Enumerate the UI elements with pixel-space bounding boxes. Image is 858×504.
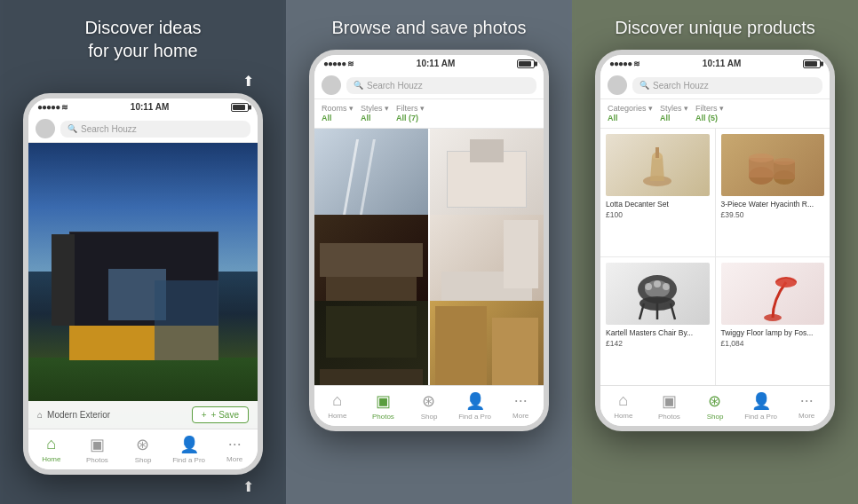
nav-shop-2[interactable]: ⊛ Shop [406, 390, 452, 422]
nav-more-1[interactable]: ··· More [211, 433, 258, 466]
shop-nav-icon-1: ⊛ [136, 435, 149, 454]
product-price-decanter: £100 [606, 210, 710, 219]
phone-3: ●●●●● ≋ 10:11 AM 🔍 Search Houzz Cat [595, 50, 835, 431]
nav-more-2[interactable]: ··· More [497, 390, 544, 422]
home-nav-icon-2: ⌂ [332, 391, 342, 410]
search-placeholder-1: Search Houzz [81, 124, 137, 134]
search-placeholder-3: Search Houzz [653, 81, 709, 91]
shop-nav-icon-3: ⊛ [708, 391, 721, 411]
save-button[interactable]: + + Save [192, 406, 249, 423]
house-photo [28, 143, 258, 429]
photo-grid-2 [314, 129, 544, 385]
search-input-1[interactable]: 🔍 Search Houzz [60, 121, 250, 138]
nav-more-3[interactable]: ··· More [783, 390, 830, 422]
pro-nav-label-2: Find a Pro [458, 413, 491, 421]
avatar-3[interactable] [608, 75, 627, 95]
status-bar-3: ●●●●● ≋ 10:11 AM [600, 55, 830, 72]
filter-filters[interactable]: Filters ▾ All (7) [396, 104, 425, 123]
product-image-chair [606, 263, 710, 325]
photo-label: ⌂ Modern Exterior [37, 410, 110, 420]
product-price-chair: £142 [606, 339, 710, 348]
phone-3-wrapper: ●●●●● ≋ 10:11 AM 🔍 Search Houzz Cat [595, 50, 835, 431]
share-icon-bottom[interactable]: ⬆ [242, 478, 254, 495]
bottom-nav-3: ⌂ Home ▣ Photos ⊛ Shop 👤 Find a Pro ··· [600, 385, 830, 426]
svg-point-13 [663, 283, 670, 290]
wifi-icon-1: ≋ [61, 103, 68, 112]
grid-photo-interior[interactable] [430, 301, 544, 385]
search-placeholder-2: Search Houzz [367, 81, 423, 91]
filter-bar-2: Rooms ▾ All Styles ▾ All Filters ▾ All (… [314, 99, 544, 129]
shop-nav-label-3: Shop [707, 413, 724, 421]
share-icon-top[interactable]: ⬆ [242, 73, 254, 90]
time-3: 10:11 AM [703, 59, 742, 68]
product-name-decanter: Lotta Decanter Set [606, 200, 710, 209]
product-chair[interactable]: Kartell Masters Chair By... £142 [600, 257, 715, 385]
search-input-2[interactable]: 🔍 Search Houzz [346, 77, 536, 94]
filter-styles-3[interactable]: Styles ▾ All [660, 104, 688, 123]
photos-nav-icon-1: ▣ [90, 435, 105, 454]
product-lamp[interactable]: Twiggy Floor lamp by Fos... £1,084 [716, 257, 830, 385]
pro-nav-icon-2: 👤 [465, 391, 485, 411]
status-right-3 [803, 59, 821, 68]
product-price-lamp: £1,084 [721, 339, 825, 348]
nav-home-2[interactable]: ⌂ Home [314, 390, 361, 422]
panel-1: Discover ideasfor your home ⬆ ●●●●● ≋ 10… [0, 0, 286, 504]
home-icon-label: ⌂ [37, 410, 43, 420]
nav-pro-1[interactable]: 👤 Find a Pro [166, 433, 212, 466]
more-nav-label-2: More [512, 412, 528, 420]
filter-filters-3[interactable]: Filters ▾ All (5) [695, 104, 724, 123]
svg-rect-2 [655, 147, 659, 158]
product-basket[interactable]: 3-Piece Water Hyacinth R... £39.50 [716, 129, 830, 256]
search-bar-3[interactable]: 🔍 Search Houzz [600, 72, 830, 99]
nav-photos-1[interactable]: ▣ Photos [75, 433, 121, 466]
battery-2 [517, 59, 535, 68]
nav-pro-2[interactable]: 👤 Find a Pro [452, 390, 498, 422]
svg-point-11 [645, 283, 652, 290]
nav-pro-3[interactable]: 👤 Find a Pro [738, 390, 784, 422]
nav-shop-1[interactable]: ⊛ Shop [120, 433, 166, 466]
house-side [52, 234, 75, 326]
home-nav-icon-1: ⌂ [46, 435, 56, 453]
search-icon-1: 🔍 [68, 124, 77, 133]
nav-photos-2[interactable]: ▣ Photos [361, 390, 407, 422]
search-icon-3: 🔍 [640, 81, 649, 90]
filter-categories[interactable]: Categories ▾ All [608, 104, 653, 123]
product-image-decanter [606, 134, 710, 196]
avatar-1[interactable] [36, 119, 55, 138]
wifi-icon-2: ≋ [347, 59, 354, 68]
status-bar-1: ●●●●● ≋ 10:11 AM [28, 98, 258, 115]
nav-home-3[interactable]: ⌂ Home [600, 390, 647, 422]
phone-1-wrapper: ⬆ ●●●●● ≋ 10:11 AM 🔍 Search Houzz [23, 73, 263, 495]
photos-nav-icon-3: ▣ [662, 391, 677, 411]
filter-rooms[interactable]: Rooms ▾ All [322, 104, 354, 123]
status-right-2 [517, 59, 535, 68]
nav-photos-3[interactable]: ▣ Photos [647, 390, 693, 422]
bottom-nav-1: ⌂ Home ▣ Photos ⊛ Shop 👤 Find a Pro ··· [28, 429, 258, 469]
status-left-3: ●●●●● ≋ [609, 59, 640, 68]
home-nav-label-1: Home [42, 455, 60, 463]
photos-nav-label-2: Photos [372, 413, 394, 421]
search-icon-2: 🔍 [354, 81, 363, 90]
panel-2: Browse and save photos ●●●●● ≋ 10:11 AM … [286, 0, 572, 504]
home-nav-label-2: Home [328, 412, 346, 420]
grid-photo-kitchen[interactable] [314, 301, 428, 385]
search-input-3[interactable]: 🔍 Search Houzz [632, 77, 822, 94]
home-nav-label-3: Home [614, 412, 632, 420]
product-name-chair: Kartell Masters Chair By... [606, 328, 710, 337]
phone-2: ●●●●● ≋ 10:11 AM 🔍 Search Houzz Roo [309, 50, 549, 431]
svg-point-12 [654, 280, 661, 287]
search-bar-2[interactable]: 🔍 Search Houzz [314, 72, 544, 99]
search-bar-1[interactable]: 🔍 Search Houzz [28, 115, 258, 143]
product-name-lamp: Twiggy Floor lamp by Fos... [721, 328, 825, 337]
nav-shop-3[interactable]: ⊛ Shop [692, 390, 738, 422]
more-nav-icon-3: ··· [800, 391, 814, 410]
pro-nav-label-1: Find a Pro [172, 456, 205, 464]
signal-dots-3: ●●●●● [609, 59, 632, 68]
filter-styles[interactable]: Styles ▾ All [361, 104, 389, 123]
save-bar: ⌂ Modern Exterior + + Save [28, 401, 258, 429]
avatar-2[interactable] [322, 75, 341, 95]
pro-nav-icon-3: 👤 [751, 391, 771, 411]
nav-home-1[interactable]: ⌂ Home [28, 433, 75, 466]
more-nav-icon-1: ··· [228, 435, 242, 453]
product-decanter[interactable]: Lotta Decanter Set £100 [600, 129, 715, 256]
